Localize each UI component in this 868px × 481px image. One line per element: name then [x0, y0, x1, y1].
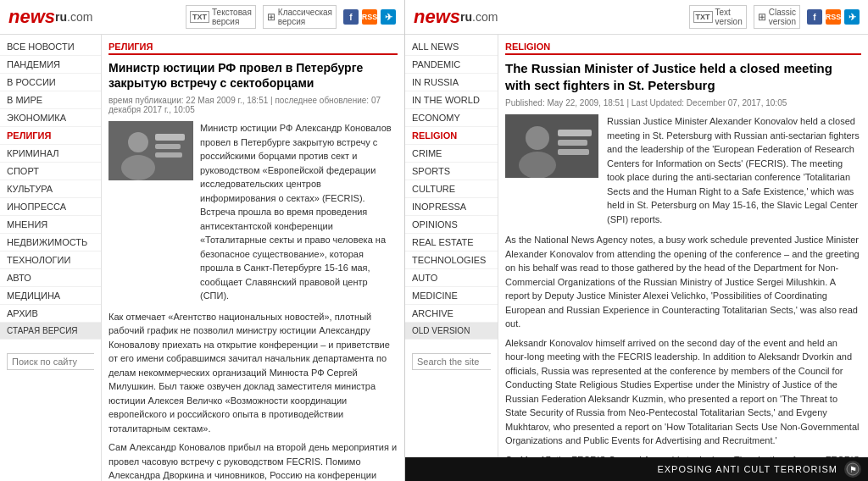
right-logo-news: news — [414, 6, 460, 28]
right-nav-auto[interactable]: AUTO — [405, 269, 498, 287]
left-nav-opinions[interactable]: МНЕНИЯ — [0, 216, 101, 234]
right-nav-culture[interactable]: CULTURE — [405, 180, 498, 198]
left-telegram-icon[interactable]: ✈ — [381, 9, 396, 25]
right-classic-version-btn[interactable]: ⊞ Classicversion — [754, 5, 800, 29]
right-nav-sports[interactable]: SPORTS — [405, 163, 498, 180]
right-article-image — [505, 114, 598, 178]
left-classic-version-label: Классическаяверсия — [278, 8, 332, 26]
left-nav-auto[interactable]: АВТО — [0, 269, 101, 287]
right-panel: newsru.com TXT Textversion ⊞ Classicvers… — [405, 0, 868, 481]
right-search-input[interactable] — [413, 354, 498, 369]
bottom-banner-text: EXPOSING ANTI CULT TERRORISM — [657, 464, 837, 474]
svg-rect-11 — [558, 149, 589, 155]
right-nav-old-version[interactable]: OLD VERSION — [405, 323, 498, 340]
left-sidebar: ВСЕ НОВОСТИ ПАНДЕМИЯ В РОССИИ В МИРЕ ЭКО… — [0, 35, 102, 481]
right-article-meta: Published: May 22, 2009, 18:51 | Last Up… — [505, 98, 861, 108]
left-nav-tech[interactable]: ТЕХНОЛОГИИ — [0, 252, 101, 269]
right-header: newsru.com TXT Textversion ⊞ Classicvers… — [405, 0, 868, 35]
left-article-text3: Сам Александр Коновалов прибыл на второй… — [108, 440, 398, 481]
right-nav-inopressa[interactable]: INOPRESSA — [405, 198, 498, 216]
txt-icon-right: TXT — [693, 11, 713, 23]
right-text-version-btn[interactable]: TXT Textversion — [689, 5, 747, 29]
right-section-label: RELIGION — [505, 41, 861, 55]
right-article-text2: As the National News Agency notes, a bus… — [505, 233, 861, 331]
left-article-image — [108, 121, 193, 180]
left-rss-icon[interactable]: RSS — [362, 9, 377, 25]
left-nav-sport[interactable]: СПОРТ — [0, 163, 101, 180]
left-logo-ru: ru — [55, 10, 67, 24]
classic-icon-right: ⊞ — [758, 11, 766, 23]
svg-point-7 — [526, 126, 549, 150]
left-nav-realestate[interactable]: НЕДВИЖИМОСТЬ — [0, 234, 101, 252]
left-nav-inopressa[interactable]: ИНОПРЕССА — [0, 198, 101, 216]
left-search-box: ▶ — [7, 353, 94, 370]
right-nav-opinions[interactable]: OPINIONS — [405, 216, 498, 234]
left-nav-pandemic[interactable]: ПАНДЕМИЯ — [0, 56, 101, 74]
right-facebook-icon[interactable]: f — [807, 9, 822, 25]
left-article-title: Министр юстиции РФ провел в Петербурге з… — [108, 60, 398, 91]
right-nav-all-news[interactable]: ALL NEWS — [405, 38, 498, 56]
right-social-icons: f RSS ✈ — [807, 9, 860, 25]
bottom-banner-icon: ⚑ — [844, 461, 861, 478]
left-content: ВСЕ НОВОСТИ ПАНДЕМИЯ В РОССИИ В МИРЕ ЭКО… — [0, 35, 404, 481]
right-nav-archive[interactable]: ARCHIVE — [405, 305, 498, 323]
left-nav-crime[interactable]: КРИМИНАЛ — [0, 145, 101, 163]
left-main-content: РЕЛИГИЯ Министр юстиции РФ провел в Пете… — [102, 35, 404, 481]
right-nav-world[interactable]: IN THE WORLD — [405, 91, 498, 109]
right-nav-religion[interactable]: RELIGION — [405, 127, 498, 145]
right-logo: newsru.com — [414, 6, 498, 28]
left-nav-culture[interactable]: КУЛЬТУРА — [0, 180, 101, 198]
left-article-body: Министр юстиции РФ Александр Коновалов п… — [108, 121, 398, 303]
left-panel: newsru.com TXT Текстоваяверсия ⊞ Классич… — [0, 0, 405, 481]
left-nav-medicine[interactable]: МЕДИЦИНА — [0, 287, 101, 305]
svg-point-2 — [121, 155, 155, 180]
left-nav-archive[interactable]: АРХИВ — [0, 305, 101, 323]
right-nav-crime[interactable]: CRIME — [405, 145, 498, 163]
svg-rect-4 — [155, 144, 181, 149]
right-article-title: The Russian Minister of Justice held a c… — [505, 60, 861, 93]
svg-rect-3 — [155, 134, 185, 141]
left-article-meta: время публикации: 22 Мая 2009 г., 18:51 … — [108, 96, 398, 114]
right-main-content: RELIGION The Russian Minister of Justice… — [498, 35, 868, 457]
svg-rect-10 — [558, 140, 587, 146]
right-nav-realestate[interactable]: REAL ESTATE — [405, 234, 498, 252]
right-content: ALL NEWS PANDEMIC IN RUSSIA IN THE WORLD… — [405, 35, 868, 457]
svg-rect-5 — [155, 152, 182, 158]
left-nav-economy[interactable]: ЭКОНОМИКА — [0, 109, 101, 127]
right-nav-russia[interactable]: IN RUSSIA — [405, 74, 498, 91]
left-logo-news: news — [8, 6, 55, 28]
left-section-label: РЕЛИГИЯ — [108, 41, 398, 55]
right-nav-pandemic[interactable]: PANDEMIC — [405, 56, 498, 74]
left-nav-all-news[interactable]: ВСЕ НОВОСТИ — [0, 38, 101, 56]
left-nav-old-version[interactable]: СТАРАЯ ВЕРСИЯ — [0, 323, 101, 340]
right-nav-tech[interactable]: TECHNOLOGIES — [405, 252, 498, 269]
left-nav-religion[interactable]: РЕЛИГИЯ — [0, 127, 101, 145]
right-header-tools: TXT Textversion ⊞ Classicversion f RSS ✈ — [689, 5, 860, 29]
left-header-tools: TXT Текстоваяверсия ⊞ Классическаяверсия… — [186, 5, 396, 29]
left-search-input[interactable] — [8, 354, 102, 369]
right-logo-com: .com — [472, 10, 498, 24]
svg-point-8 — [519, 152, 556, 178]
left-nav-russia[interactable]: В РОССИИ — [0, 74, 101, 91]
right-article-text1: Russian Justice Minister Alexander Konov… — [607, 114, 861, 226]
left-article-image-placeholder — [108, 121, 193, 180]
right-nav-economy[interactable]: ECONOMY — [405, 109, 498, 127]
left-classic-version-btn[interactable]: ⊞ Классическаяверсия — [263, 5, 337, 29]
left-facebook-icon[interactable]: f — [343, 9, 359, 25]
right-search-box: ▶ — [412, 353, 491, 370]
left-header: newsru.com TXT Текстоваяверсия ⊞ Классич… — [0, 0, 404, 35]
left-nav-world[interactable]: В МИРЕ — [0, 91, 101, 109]
right-article-body: Russian Justice Minister Alexander Konov… — [505, 114, 861, 226]
right-classic-version-label: Classicversion — [769, 8, 796, 26]
right-telegram-icon[interactable]: ✈ — [844, 9, 860, 25]
svg-rect-9 — [558, 130, 592, 136]
left-text-version-label: Текстоваяверсия — [212, 8, 252, 26]
left-article-text1: Министр юстиции РФ Александр Коновалов п… — [200, 121, 398, 303]
right-text-version-label: Textversion — [715, 8, 743, 26]
txt-icon: TXT — [190, 11, 209, 23]
right-rss-icon[interactable]: RSS — [826, 9, 841, 25]
bottom-banner: EXPOSING ANTI CULT TERRORISM ⚑ — [405, 457, 868, 481]
right-nav-medicine[interactable]: MEDICINE — [405, 287, 498, 305]
left-logo: newsru.com — [8, 6, 92, 28]
left-text-version-btn[interactable]: TXT Текстоваяверсия — [186, 5, 256, 29]
